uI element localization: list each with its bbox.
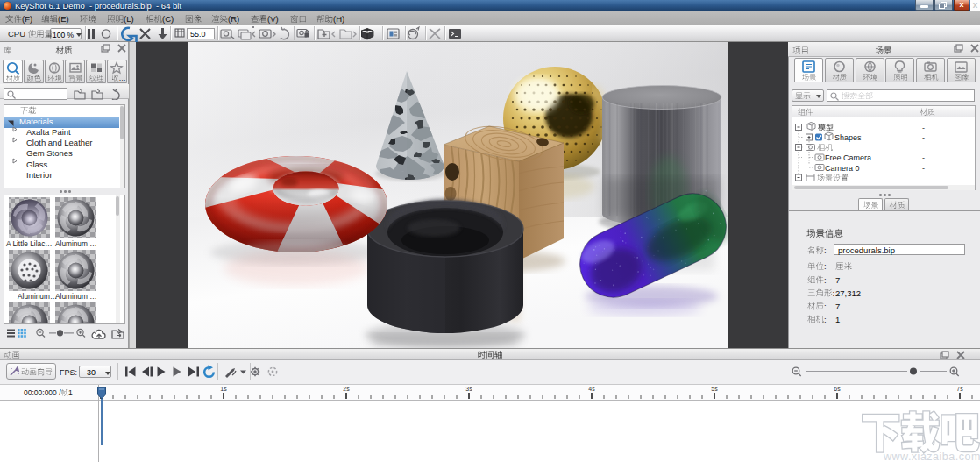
svg-text:A Little Lilac…: A Little Lilac… — [6, 239, 53, 248]
svg-text:(L): (L) — [124, 14, 134, 24]
svg-text:Free Camera: Free Camera — [825, 153, 871, 162]
svg-text:Materials: Materials — [19, 117, 53, 126]
svg-text::: : — [824, 302, 827, 311]
svg-text:27,312: 27,312 — [835, 288, 861, 298]
svg-text:…: … — [119, 75, 126, 82]
svg-text::: : — [824, 245, 827, 255]
svg-text::: : — [833, 288, 835, 298]
svg-text:Shapes: Shapes — [834, 133, 862, 142]
svg-text::: : — [824, 261, 827, 271]
svg-text:(H): (H) — [333, 14, 344, 24]
svg-text:-: - — [922, 164, 925, 173]
svg-text:(E): (E) — [58, 14, 69, 24]
svg-text:7: 7 — [835, 275, 840, 285]
svg-text:(V): (V) — [267, 14, 279, 24]
svg-text:-: - — [922, 124, 925, 132]
svg-text:Aluminum …: Aluminum … — [55, 292, 97, 301]
svg-text:Axalta Paint: Axalta Paint — [26, 127, 71, 137]
svg-text:Aluminum …: Aluminum … — [55, 239, 97, 248]
svg-text:CPU: CPU — [8, 29, 25, 39]
svg-text:-: - — [922, 133, 925, 142]
svg-text:FPS:: FPS: — [60, 368, 77, 377]
svg-text:www.xiazaiba.com: www.xiazaiba.com — [883, 451, 980, 462]
svg-text::: : — [824, 315, 827, 324]
svg-text:procedurals.bip: procedurals.bip — [838, 245, 895, 255]
svg-text:(C): (C) — [162, 14, 174, 24]
svg-text::: : — [824, 275, 827, 285]
svg-text:Gem Stones: Gem Stones — [26, 148, 73, 158]
svg-text:00:00:000 /: 00:00:000 / — [24, 388, 61, 397]
svg-text:Glass: Glass — [26, 160, 48, 169]
svg-text:Cloth and Leather: Cloth and Leather — [26, 138, 93, 147]
svg-text:-: - — [922, 153, 925, 162]
svg-text:(F): (F) — [22, 14, 32, 24]
svg-text:1: 1 — [68, 388, 73, 397]
svg-text:1: 1 — [835, 315, 840, 324]
svg-text:7: 7 — [835, 302, 840, 311]
svg-text:Camera 0: Camera 0 — [825, 164, 860, 173]
svg-text:Interior: Interior — [26, 170, 53, 180]
svg-text:Aluminum…: Aluminum… — [18, 292, 57, 301]
svg-text:(R): (R) — [228, 14, 239, 24]
